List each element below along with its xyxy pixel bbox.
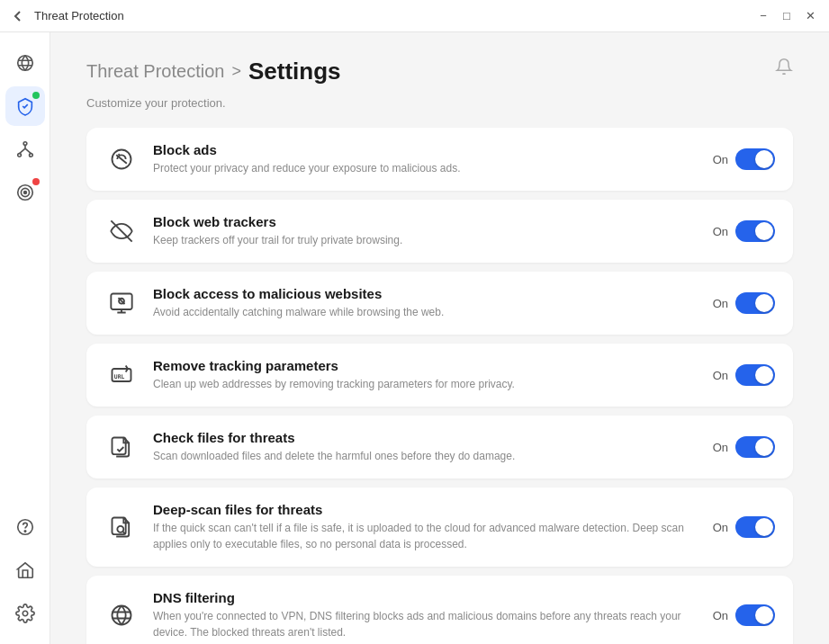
setting-card-block-malicious-websites: Block access to malicious websitesAvoid … [86,272,793,335]
dns-filtering-icon [104,598,139,632]
breadcrumb: Threat Protection > Settings [86,58,341,85]
check-files-threats-status-label: On [713,441,728,454]
setting-card-deep-scan-files: Deep-scan files for threatsIf the quick … [86,487,793,567]
svg-point-19 [117,526,123,532]
block-malicious-websites-icon [104,286,139,320]
svg-point-1 [23,142,27,146]
remove-tracking-params-description: Clean up web addresses by removing track… [153,376,698,392]
block-web-trackers-icon [104,214,139,248]
back-button[interactable] [11,9,25,23]
setting-card-block-ads: Block adsProtect your privacy and reduce… [86,128,793,191]
block-web-trackers-status-label: On [713,225,728,238]
svg-point-2 [17,154,21,157]
breadcrumb-chevron: > [231,62,241,81]
deep-scan-files-description: If the quick scan can't tell if a file i… [153,520,698,552]
dns-filtering-title: DNS filtering [153,590,698,605]
content-header: Threat Protection > Settings [50,32,829,96]
dns-filtering-toggle[interactable] [735,604,775,626]
maximize-button[interactable]: □ [779,8,795,24]
remove-tracking-params-title: Remove tracking parameters [153,358,698,373]
deep-scan-files-title: Deep-scan files for threats [153,502,698,517]
block-malicious-websites-toggle[interactable] [735,292,775,314]
check-files-threats-icon [104,430,139,464]
deep-scan-files-status-label: On [713,521,728,534]
block-web-trackers-title: Block web trackers [153,214,698,229]
minimize-button[interactable]: − [755,8,771,24]
title-bar: Threat Protection − □ ✕ [0,0,829,32]
setting-card-check-files-threats: Check files for threatsScan downloaded f… [86,416,793,479]
window-title: Threat Protection [34,9,124,22]
setting-card-dns-filtering: DNS filteringWhen you're connected to VP… [86,576,793,644]
settings-list: Block adsProtect your privacy and reduce… [50,128,829,644]
notification-bell-icon[interactable] [775,58,793,80]
sidebar-item-shield[interactable] [5,86,45,126]
block-web-trackers-description: Keep trackers off your trail for truly p… [153,232,698,248]
check-files-threats-title: Check files for threats [153,430,698,445]
remove-tracking-params-icon: URL [104,358,139,392]
svg-point-20 [113,606,131,625]
sidebar-item-target[interactable] [5,173,45,212]
svg-point-6 [23,192,26,194]
close-button[interactable]: ✕ [802,8,818,24]
setting-card-block-web-trackers: Block web trackersKeep trackers off your… [86,200,793,263]
block-ads-toggle[interactable] [735,148,775,170]
main-content: Threat Protection > Settings Customize y… [50,32,829,644]
svg-point-3 [29,154,32,157]
block-malicious-websites-description: Avoid accidentally catching malware whil… [153,304,698,320]
block-web-trackers-toggle[interactable] [735,220,775,242]
check-files-threats-description: Scan downloaded files and delete the har… [153,448,698,464]
svg-point-8 [24,531,25,532]
sidebar-item-home[interactable] [5,550,45,590]
sidebar-item-network[interactable] [5,130,45,169]
block-ads-description: Protect your privacy and reduce your exp… [153,160,698,176]
sidebar-item-settings[interactable] [5,594,45,633]
block-malicious-websites-title: Block access to malicious websites [153,286,698,301]
sidebar [0,32,50,644]
sidebar-item-help[interactable] [5,507,45,547]
dns-filtering-description: When you're connected to VPN, DNS filter… [153,608,698,640]
block-malicious-websites-status-label: On [713,297,728,310]
deep-scan-files-icon [104,510,139,544]
breadcrumb-parent: Threat Protection [86,61,224,82]
remove-tracking-params-toggle[interactable] [735,364,775,386]
svg-point-9 [23,611,28,616]
block-ads-icon [104,142,139,176]
setting-card-remove-tracking-params: URL Remove tracking parametersClean up w… [86,344,793,407]
dns-filtering-status-label: On [713,609,728,622]
block-ads-title: Block ads [153,142,698,157]
window-controls: − □ ✕ [755,8,818,24]
check-files-threats-toggle[interactable] [735,436,775,458]
svg-point-0 [17,56,32,71]
content-subtitle: Customize your protection. [50,96,829,128]
breadcrumb-current: Settings [248,58,341,85]
sidebar-item-globe[interactable] [5,43,45,83]
svg-text:URL: URL [114,373,125,380]
remove-tracking-params-status-label: On [713,369,728,382]
deep-scan-files-toggle[interactable] [735,516,775,538]
block-ads-status-label: On [713,153,728,166]
